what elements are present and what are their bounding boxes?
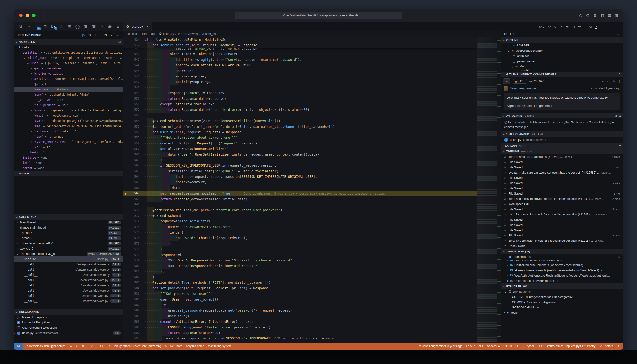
call-stack-frame[interactable]: __call__.../brands/middleware.py31:1 — [14, 283, 123, 288]
code-line[interactable]: 574············fields={ — [123, 230, 477, 235]
call-stack-frame[interactable]: __call__.../root/middleware.py318:1 — [14, 298, 123, 304]
timeline-item[interactable]: ○File Saved — [501, 222, 623, 228]
code-line[interactable]: 563············serializer.initial_data["… — [123, 168, 477, 174]
timeline-item[interactable]: ○File Saved2 wks — [501, 180, 623, 186]
breakpoint-checkbox[interactable] — [17, 332, 20, 335]
sparkle-icon[interactable]: ✦ — [619, 144, 621, 147]
run-and-debug-icon[interactable]: ▷1 — [50, 23, 57, 30]
code-line[interactable]: 573············name="UserPasswordSetSeri… — [123, 224, 477, 230]
call-stack-frame[interactable]: __call__.../events/middleware.py156:1 — [14, 278, 123, 283]
code-line[interactable]: 556····def user_me(self, request: Reques… — [123, 129, 477, 135]
outline-item[interactable]: ▤LOGGER — [501, 43, 623, 48]
variable-row[interactable]: ›function variables — [14, 71, 123, 76]
statusbar-task-beryjuio-home[interactable]: beryjuio-home — [184, 344, 206, 348]
variables-section-header[interactable]: ⌄ VARIABLES ⧉ — [14, 39, 123, 45]
code-line[interactable]: 577········), — [123, 246, 477, 252]
variable-row[interactable]: ›'system_permissions' = ['access_admin_i… — [14, 139, 123, 144]
gitlens-action-icon[interactable]: ⋮ — [618, 80, 621, 83]
code-line[interactable]: 582····) — [123, 274, 477, 280]
run-circle-icon[interactable]: ◉ — [566, 24, 568, 28]
outline-item[interactable]: ⌄❖UserGroupSerializer — [501, 48, 623, 54]
explorer-icon[interactable]: ⧉ — [17, 23, 24, 30]
code-line[interactable]: 580············400: OpenApiResponse(desc… — [123, 263, 477, 269]
gitlens-inspect-icon[interactable]: ⌖ — [595, 24, 597, 29]
call-stack-thread[interactable]: ›MainThreadPAUSED — [14, 220, 123, 225]
timeline-item[interactable]: ○File Saved — [501, 217, 623, 222]
call-stack-frame[interactable]: __call__.../core/middleware.py71:1 — [14, 288, 123, 293]
back-icon[interactable]: ← — [42, 13, 46, 18]
code-line[interactable]: 567▶········self.request.session.modifie… — [123, 191, 477, 196]
close-window-button[interactable] — [19, 14, 23, 17]
code-line[interactable]: 584····def set_password(self, request: R… — [123, 285, 477, 291]
breakpoint-row[interactable]: Raised Exceptions — [14, 315, 123, 320]
collapse-all-icon[interactable]: ⧉ — [118, 40, 121, 44]
code-line[interactable]: 541················response["group_pk"] … — [123, 48, 477, 51]
go-env-var[interactable]: GOMOD=~/dev/authentik/go.mod — [501, 300, 623, 305]
extensions-icon[interactable]: ⊞ — [66, 23, 73, 30]
code-line[interactable]: 561········) — [123, 157, 477, 162]
variable-row[interactable]: parent = None — [14, 166, 123, 171]
statusbar-branch[interactable]: ⎇lifecycle/fix-debugger-setup* — [23, 344, 67, 348]
minimize-window-button[interactable] — [26, 14, 29, 17]
toggle-secondary-sidebar-icon[interactable]: ◨ — [615, 13, 618, 18]
statusbar-cursor-position[interactable]: Ln 567, Col 1 — [464, 344, 485, 348]
zoom-window-button[interactable] — [32, 14, 36, 17]
testing-icon[interactable]: △ — [58, 23, 65, 30]
call-stack-frame[interactable]: __call__.../root/middleware.py275:1 — [14, 293, 123, 298]
code-line[interactable]: 593········if user.pk == request.user.pk… — [123, 336, 477, 341]
outline-section-header[interactable]: ⌄ OUTLINE — [501, 37, 623, 43]
statusbar-git-graph[interactable]: ⋔ — [74, 344, 80, 348]
timeline-item[interactable]: ↺Undo / Redo — [501, 244, 623, 249]
statusbar-cloud-upload[interactable]: ☁ — [67, 344, 74, 348]
call-stack-section-header[interactable]: ⌄ CALL STACK — [14, 214, 123, 220]
statusbar-blame[interactable]: ⊙Jens Langhammer, 3 years ago — [417, 344, 464, 348]
code-line[interactable]: 575················"password": CharField… — [123, 235, 477, 241]
todos-section-header[interactable]: ⌄ TODOS: FLAT (39) — [501, 249, 623, 254]
code-line[interactable]: 543················identifier=slugify(va… — [123, 57, 477, 62]
call-stack-frame[interactable]: __call__.../enterprise/middleware.py39:1 — [14, 267, 123, 272]
code-line[interactable]: 578········responses={ — [123, 252, 477, 258]
remote-explorer-icon[interactable]: ⊡ — [42, 23, 49, 30]
code-line[interactable]: 424class UserViewSet(UsedByMixin, ModelV… — [123, 37, 477, 42]
breakpoint-checkbox[interactable] — [17, 326, 20, 330]
call-stack-frame[interactable]: user_meusers.py567:1 — [14, 256, 123, 262]
timeline-item[interactable]: ○File Saved1 wk — [501, 165, 623, 170]
customize-layout-icon[interactable]: ⊞ — [593, 13, 596, 18]
go-env-row[interactable]: ⌄❐envauthentik — [501, 289, 623, 294]
tasks-icon[interactable]: ◉ — [106, 23, 114, 30]
timeline-item[interactable]: ⊙core: search users' attributes (#12740)… — [501, 154, 623, 160]
commit-author-row[interactable]: Jens Langhammer committed 3 years ago — [501, 85, 623, 92]
breadcrumb-item[interactable]: users.py — [163, 32, 174, 36]
code-line[interactable]: 569 — [123, 202, 477, 207]
code-line[interactable]: 554····@extend_schema(responses={200: Se… — [123, 118, 477, 124]
step-into-icon[interactable]: ↓ — [94, 33, 96, 37]
live-share-icon[interactable]: ⇆ — [98, 23, 105, 30]
autolinks-section-header[interactable]: ⌄ AUTOLINKS 0 found ◆ ⚙ — [501, 113, 623, 118]
code-line[interactable]: 587········try: — [123, 302, 477, 308]
tab-users-py[interactable]: users.py ✕ — [123, 22, 152, 31]
continue-icon[interactable]: |▷ — [82, 33, 85, 37]
statusbar-notifications[interactable]: Ω — [615, 344, 621, 348]
call-stack-thread[interactable]: ›ThreadPoolExecutor-0_0PAUSED — [14, 241, 123, 246]
minimap[interactable] — [477, 37, 497, 342]
call-stack-frame[interactable]: __call__.../core/middleware.py48:1 — [14, 272, 123, 278]
jira-issues-link[interactable]: Jira issues — [571, 121, 585, 124]
files-changed-pill[interactable]: ▤•12 ± — [513, 79, 527, 84]
variable-row[interactable]: ⌄initial_data = {'user': {'pk': 6, 'user… — [14, 55, 123, 60]
variable-row[interactable]: ›'settings' = {'locale': ''} — [14, 129, 123, 134]
outline-item[interactable]: ⌄❖Meta — [501, 64, 623, 69]
code-line[interactable]: 565················context=context, — [123, 180, 477, 185]
variable-row[interactable]: ⌄serializer = <authentik.core.api.users.… — [14, 50, 123, 55]
code-line[interactable]: 544················intent=TokenIntents.I… — [123, 62, 477, 68]
source-control-icon[interactable]: ⋔12 — [34, 23, 40, 30]
code-line[interactable]: 591············LOGGER.debug(event="Faile… — [123, 324, 477, 330]
call-stack-frame[interactable]: __call__.../enterprise/middleware.py39:1 — [14, 262, 123, 267]
breadcrumb[interactable]: authentik›core›api›users.py›❖UserViewSet… — [123, 31, 501, 37]
statusbar-eol[interactable]: LF — [514, 344, 521, 348]
timeline-item[interactable]: ○Workspace Edit — [501, 202, 623, 207]
code-line[interactable]: 555····@action(url_path="me", url_name="… — [123, 124, 477, 129]
code-line[interactable]: 548············) — [123, 84, 477, 90]
remote-indicator[interactable]: ⊡ — [14, 342, 23, 350]
run-python-file-icon[interactable]: ▷⌄ — [540, 24, 545, 28]
code-line[interactable]: 566············).data — [123, 185, 477, 190]
